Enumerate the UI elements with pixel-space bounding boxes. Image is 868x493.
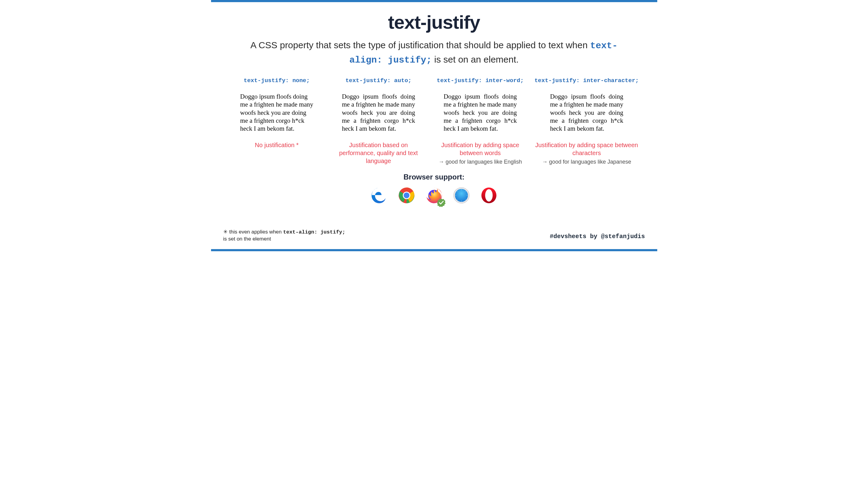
example-heading: text-justify: inter-character;: [534, 77, 639, 84]
examples-row: text-justify: none; Doggo ipsum floofs d…: [223, 77, 645, 167]
footnote-pre: this even applies when: [229, 229, 283, 235]
sample-text-auto: Doggo ipsum floofs doing me a frighten h…: [342, 92, 415, 132]
example-none: text-justify: none; Doggo ipsum floofs d…: [229, 77, 324, 167]
page-subtitle: A CSS property that sets the type of jus…: [223, 39, 645, 67]
example-heading: text-justify: inter-word;: [433, 77, 528, 84]
example-inter-word: text-justify: inter-word; Doggo ipsum fl…: [433, 77, 528, 167]
example-caption: No justification *: [229, 141, 324, 149]
firefox-icon: [426, 187, 442, 204]
footnote-marker: ✳: [223, 229, 228, 235]
subtitle-pre: A CSS property that sets the type of jus…: [250, 40, 590, 50]
browser-support-title: Browser support:: [223, 173, 645, 181]
safari-icon: [453, 187, 470, 204]
footnote-post: is set on the element: [223, 236, 271, 242]
example-auto: text-justify: auto; Doggo ipsum floofs d…: [331, 77, 426, 167]
sample-text-none: Doggo ipsum floofs doing me a frighten h…: [240, 92, 313, 132]
example-heading: text-justify: none;: [229, 77, 324, 84]
edge-icon: [370, 187, 388, 204]
example-note: good for languages like Japanese: [534, 159, 639, 165]
sample-text-inter-character: Doggo ipsum floofs doing me a frighten h…: [550, 92, 623, 132]
example-note: good for languages like English: [433, 159, 528, 165]
chrome-icon: [398, 187, 415, 204]
devsheet-card: text-justify A CSS property that sets th…: [211, 0, 657, 251]
example-caption: Justification by adding space between ch…: [534, 141, 639, 157]
footnote-code: text-align: justify;: [283, 229, 345, 235]
page-title: text-justify: [223, 11, 645, 33]
svg-point-18: [485, 189, 493, 201]
opera-icon: [480, 187, 498, 204]
footnote: ✳this even applies when text-align: just…: [223, 229, 346, 242]
example-heading: text-justify: auto;: [331, 77, 426, 84]
supported-check-icon: [437, 198, 446, 207]
credit-line: #devsheets by @stefanjudis: [550, 233, 645, 240]
example-caption: Justification by adding space between wo…: [433, 141, 528, 157]
example-inter-character: text-justify: inter-character; Doggo ips…: [534, 77, 639, 167]
sample-text-inter-word: Doggo ipsum floofs doing me a frighten h…: [444, 92, 517, 132]
example-caption: Justification based on performance, qual…: [331, 141, 426, 165]
browser-icons-row: [223, 187, 645, 204]
subtitle-post: is set on an element.: [432, 54, 519, 64]
svg-point-2: [404, 193, 409, 198]
